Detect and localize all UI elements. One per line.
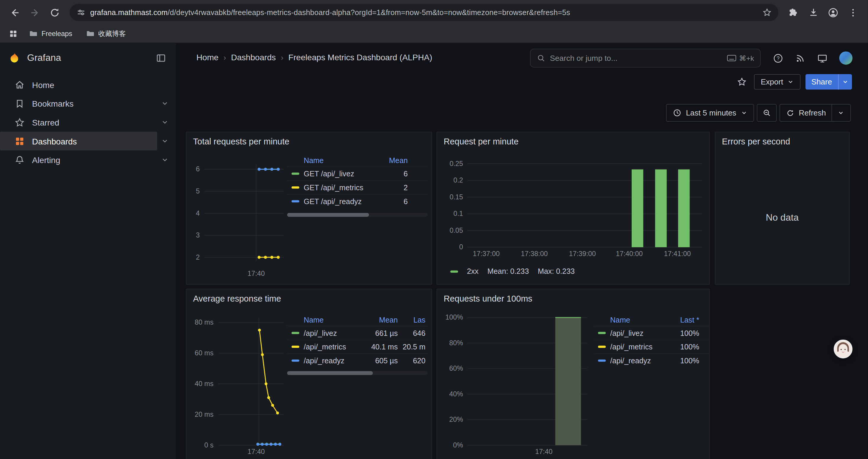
sidebar-item-dashboards[interactable]: Dashboards (0, 132, 176, 151)
favorite-star-icon[interactable] (735, 75, 749, 89)
legend-row[interactable]: /api/_livez100% (593, 326, 710, 340)
legend-scrollbar[interactable] (287, 371, 428, 375)
legend-column[interactable]: Name (287, 156, 377, 165)
time-range-picker[interactable]: Last 5 minutes (666, 104, 754, 122)
header-icons: ? (773, 52, 852, 65)
reload-icon[interactable] (45, 3, 64, 22)
no-data-message: No data (715, 212, 849, 223)
series-value: 20.5 m (398, 342, 426, 351)
legend-row[interactable]: /api/_metrics40.1 ms20.5 m (287, 340, 428, 354)
bookmark-star-icon[interactable] (762, 8, 772, 17)
apps-icon (14, 136, 25, 146)
url-text[interactable]: grafana.mathmast.com/d/deytv4rwavabkb/fr… (90, 8, 758, 17)
user-avatar[interactable] (839, 52, 852, 65)
legend-column[interactable]: Name (287, 316, 363, 324)
profile-icon[interactable] (824, 3, 843, 22)
legend-row[interactable]: /api/_readyz100% (593, 354, 710, 367)
dashboard-controls: Export Share (735, 74, 852, 90)
extensions-icon[interactable] (784, 3, 803, 22)
breadcrumb-dashboards[interactable]: Dashboards (231, 53, 276, 62)
series-color-swatch (598, 332, 606, 334)
browser-chrome: grafana.mathmast.com/d/deytv4rwavabkb/fr… (0, 0, 868, 43)
legend-scrollbar[interactable] (287, 213, 428, 217)
legend-row[interactable]: /api/_metrics100% (593, 340, 710, 354)
legend-column[interactable]: Mean (377, 156, 408, 165)
sidebar-item-starred[interactable]: Starred (0, 113, 176, 132)
folder-icon (85, 28, 94, 39)
sidebar-item-label: Starred (32, 118, 59, 127)
legend-header: NameMeanLas (287, 314, 428, 326)
legend-table: NameMeanLas/api/_livez661 µs646/api/_met… (287, 314, 428, 367)
svg-text:0 s: 0 s (205, 441, 214, 449)
search-shortcut: ⌘+k (727, 54, 754, 62)
chevron-down-icon (838, 109, 844, 116)
grafana-logo-icon[interactable] (8, 52, 20, 64)
series-color-swatch (598, 346, 606, 348)
share-button[interactable]: Share (805, 74, 852, 90)
bookmark-item-blog[interactable]: 收藏博客 (80, 26, 131, 41)
chevron-down-icon (787, 78, 794, 85)
svg-text:6: 6 (196, 165, 200, 173)
legend-row[interactable]: GET /api/_metrics2 (287, 180, 428, 194)
sidebar-item-bookmarks[interactable]: Bookmarks (0, 94, 176, 113)
legend-stats[interactable]: 2xx Mean: 0.233 Max: 0.233 (446, 267, 575, 275)
address-bar[interactable]: grafana.mathmast.com/d/deytv4rwavabkb/fr… (70, 4, 778, 21)
search-box[interactable]: ⌘+k (530, 49, 761, 68)
svg-text:0.15: 0.15 (450, 193, 463, 201)
series-name: /api/_metrics (610, 342, 660, 351)
legend-row[interactable]: /api/_livez661 µs646 (287, 326, 428, 340)
apps-grid-icon[interactable] (6, 26, 21, 41)
series-value: 620 (398, 357, 426, 365)
legend-column[interactable]: Las (398, 316, 426, 324)
browser-menu-icon[interactable] (844, 3, 863, 22)
home-icon (14, 79, 25, 90)
legend-column[interactable]: Mean (363, 316, 398, 324)
series-name: GET /api/_metrics (304, 184, 377, 192)
chevron-down-icon[interactable] (161, 100, 169, 107)
breadcrumb-separator: › (224, 53, 226, 62)
help-icon[interactable]: ? (773, 53, 783, 64)
legend-row[interactable]: GET /api/_readyz6 (287, 194, 428, 208)
chevron-down-icon[interactable] (161, 137, 169, 145)
svg-text:0.05: 0.05 (450, 227, 463, 234)
downloads-icon[interactable] (804, 3, 823, 22)
bookmark-label: 收藏博客 (98, 29, 126, 38)
series-color-swatch (291, 200, 299, 202)
sidebar-item-home[interactable]: Home (0, 75, 176, 94)
scrollbar-thumb[interactable] (287, 213, 369, 217)
back-icon[interactable] (6, 3, 25, 22)
zoom-out-button[interactable] (757, 104, 777, 122)
svg-text:0%: 0% (453, 441, 463, 449)
svg-text:0.2: 0.2 (454, 176, 463, 184)
bookmark-item-freeleaps[interactable]: Freeleaps (23, 26, 78, 41)
svg-text:0.25: 0.25 (450, 160, 463, 167)
news-rss-icon[interactable] (795, 53, 806, 64)
sidebar-toggle-icon[interactable] (154, 51, 168, 65)
scrollbar-thumb[interactable] (287, 371, 373, 375)
legend-column[interactable]: Last * (660, 316, 699, 324)
panel-title[interactable]: Errors per second (722, 137, 790, 147)
search-input[interactable] (550, 54, 722, 63)
svg-text:40 ms: 40 ms (195, 380, 214, 388)
chevron-down-icon[interactable] (161, 119, 169, 126)
forward-icon[interactable] (25, 3, 44, 22)
refresh-icon (786, 109, 795, 117)
legend-row[interactable]: GET /api/_livez6 (287, 167, 428, 181)
chevron-down-icon (839, 74, 852, 90)
svg-text:4: 4 (196, 209, 200, 217)
legend-header: NameLast * (593, 314, 710, 326)
requests-per-minute-chart[interactable]: 0.250.20.150.10.05017:37:0017:38:0017:39… (437, 132, 710, 285)
breadcrumb-current: Freeleaps Metrics Dashboard (ALPHA) (288, 53, 432, 62)
breadcrumb-home[interactable]: Home (196, 53, 219, 62)
export-button[interactable]: Export (754, 74, 800, 90)
svg-text:60 ms: 60 ms (195, 349, 214, 357)
site-settings-icon[interactable] (76, 8, 86, 17)
sidebar-item-alerting[interactable]: Alerting (0, 150, 176, 169)
refresh-button[interactable]: Refresh (779, 104, 851, 122)
legend-column[interactable]: Name (593, 316, 660, 324)
svg-text:60%: 60% (449, 364, 463, 372)
monitor-icon[interactable] (817, 53, 828, 64)
chevron-down-icon[interactable] (161, 156, 169, 164)
assistant-avatar[interactable] (834, 340, 852, 359)
legend-row[interactable]: /api/_readyz605 µs620 (287, 354, 428, 367)
